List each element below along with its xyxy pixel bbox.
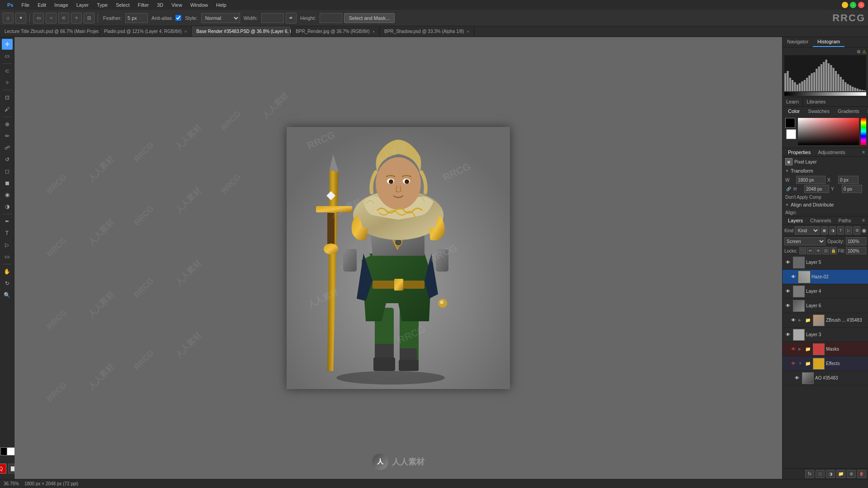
color-hue-bar[interactable] bbox=[861, 118, 866, 145]
close-button[interactable]: × bbox=[858, 2, 864, 8]
filter-smart-btn[interactable]: ⚙ bbox=[854, 226, 860, 235]
foreground-swatch[interactable] bbox=[785, 118, 795, 128]
x-property-input[interactable] bbox=[838, 176, 859, 184]
healing-tool[interactable]: ⊕ bbox=[2, 119, 13, 130]
maximize-button[interactable]: + bbox=[850, 2, 856, 8]
width-input[interactable] bbox=[261, 13, 284, 23]
libraries-button[interactable]: Libraries bbox=[803, 97, 829, 106]
zoom-tool[interactable]: 🔍 bbox=[2, 290, 13, 300]
anti-alias-checkbox[interactable] bbox=[175, 15, 181, 21]
lock-pixels-btn[interactable]: ✏ bbox=[807, 247, 814, 254]
menu-window[interactable]: Window bbox=[187, 1, 212, 9]
layer4-visibility[interactable]: 👁 bbox=[784, 288, 792, 295]
tab-channels[interactable]: Channels bbox=[807, 216, 835, 225]
layer-item-ao[interactable]: 👁 AO #35483 bbox=[783, 371, 868, 385]
link-icon[interactable]: 🔗 bbox=[785, 186, 792, 192]
opacity-input[interactable] bbox=[846, 237, 866, 245]
masks-visibility[interactable]: 👁 bbox=[790, 346, 797, 353]
eraser-tool[interactable]: ◻ bbox=[2, 166, 13, 177]
menu-type[interactable]: Type bbox=[93, 1, 111, 9]
tab-properties[interactable]: Properties bbox=[784, 148, 814, 156]
path-tool[interactable]: ▷ bbox=[2, 239, 13, 250]
background-swatch[interactable] bbox=[786, 129, 796, 139]
brush-tool[interactable]: ✏ bbox=[2, 131, 13, 141]
histogram-settings-icon[interactable]: ⚙ bbox=[857, 49, 861, 54]
color-gradient-box[interactable] bbox=[798, 118, 859, 145]
menu-filter[interactable]: Filter bbox=[134, 1, 152, 9]
tab-3[interactable]: Base Render #35483.PSD @ 36.8% (Layer 6,… bbox=[192, 26, 291, 37]
layer-mask-btn[interactable]: □ bbox=[816, 470, 825, 478]
layer-list[interactable]: 👁 Layer 5 👁 Haze-02 👁 Layer 4 bbox=[783, 255, 868, 468]
effects-visibility[interactable]: 👁 bbox=[790, 360, 797, 367]
swap-icon[interactable]: ⇄ bbox=[286, 13, 297, 23]
quick-mask-btn[interactable]: Q bbox=[0, 464, 6, 474]
filter-shape-btn[interactable]: ▷ bbox=[845, 226, 852, 235]
tab-5[interactable]: BPR_Shadow.psd @ 33.3% (Alpha 1/8) × bbox=[380, 26, 474, 37]
tab-adjustments[interactable]: Adjustments bbox=[814, 148, 849, 156]
app-icon[interactable]: Ps bbox=[4, 1, 17, 9]
rotate-tool[interactable]: ↻ bbox=[2, 278, 13, 289]
layer-item-zbrush[interactable]: 👁 ▶ 📁 ZBrush ... #35483 bbox=[783, 313, 868, 328]
menu-3d[interactable]: 3D bbox=[153, 1, 167, 9]
lock-all-btn[interactable]: 🔒 bbox=[830, 247, 837, 254]
style-select[interactable]: Normal Fixed Ratio Fixed Size bbox=[201, 13, 240, 23]
tab-2[interactable]: Pladin.psd @ 121% (Layer 4, RGB/8#) × bbox=[99, 26, 192, 37]
learn-button[interactable]: Learn bbox=[783, 97, 803, 106]
new-group-btn[interactable]: 📁 bbox=[836, 470, 845, 478]
magic-wand-tool[interactable]: ✧ bbox=[71, 13, 82, 23]
menu-help[interactable]: Help bbox=[212, 1, 230, 9]
tab-4-close[interactable]: × bbox=[373, 29, 375, 34]
zbrush-expand[interactable]: ▶ bbox=[798, 318, 804, 322]
layer-item-haze02[interactable]: 👁 Haze-02 bbox=[783, 270, 868, 284]
fill-input[interactable] bbox=[846, 247, 866, 254]
transform-section-header[interactable]: ▼ Transform bbox=[783, 167, 868, 175]
tab-4[interactable]: BPR_Render.jpg @ 36.7% (RGB/8#) × bbox=[291, 26, 380, 37]
menu-select[interactable]: Select bbox=[112, 1, 133, 9]
layer-effects-btn[interactable]: fx bbox=[805, 470, 814, 478]
magic-wand-tool[interactable]: ✧ bbox=[2, 77, 13, 88]
filter-on-icon[interactable]: ◉ bbox=[862, 227, 866, 234]
crop-tool[interactable]: ⊡ bbox=[2, 92, 13, 103]
new-layer-btn[interactable]: ⊕ bbox=[847, 470, 856, 478]
menu-edit[interactable]: Edit bbox=[34, 1, 50, 9]
properties-menu[interactable]: ≡ bbox=[861, 148, 866, 156]
kind-select[interactable]: Kind Name Effect Mode Attribute Color bbox=[795, 226, 820, 235]
clone-tool[interactable]: ☍ bbox=[2, 142, 13, 153]
type-tool[interactable]: T bbox=[2, 228, 13, 239]
effects-expand[interactable]: ▼ bbox=[798, 361, 804, 366]
dont-apply-comp-btn[interactable]: Don't Apply Comp bbox=[783, 194, 868, 201]
minimize-button[interactable]: − bbox=[842, 2, 848, 8]
filter-pixel-btn[interactable]: ▣ bbox=[821, 226, 828, 235]
menu-image[interactable]: Image bbox=[51, 1, 72, 9]
home-button[interactable]: ⌂ bbox=[3, 13, 14, 23]
blend-mode-select[interactable]: Screen Normal Multiply Overlay Soft Ligh… bbox=[784, 237, 826, 245]
layer-item-layer6[interactable]: 👁 Layer 6 bbox=[783, 299, 868, 313]
tab-paths[interactable]: Paths bbox=[835, 216, 855, 225]
y-property-input[interactable] bbox=[842, 185, 862, 193]
crop-tool[interactable]: ⊡ bbox=[84, 13, 94, 23]
hand-tool[interactable]: ✋ bbox=[2, 266, 13, 277]
haze02-visibility[interactable]: 👁 bbox=[790, 273, 797, 281]
brush-tool[interactable]: ✦ bbox=[15, 13, 26, 23]
rect-marquee-tool[interactable]: ▭ bbox=[33, 13, 44, 23]
filter-adjustment-btn[interactable]: ◑ bbox=[829, 226, 836, 235]
layer3-visibility[interactable]: 👁 bbox=[784, 331, 792, 338]
lock-artboard-btn[interactable]: ⊡ bbox=[822, 247, 829, 254]
layers-panel-menu[interactable]: ≡ bbox=[861, 216, 866, 225]
tab-5-close[interactable]: × bbox=[467, 29, 469, 34]
tab-swatches[interactable]: Swatches bbox=[804, 108, 833, 116]
dodge-tool[interactable]: ◑ bbox=[2, 201, 13, 212]
select-mask-button[interactable]: Select and Mask... bbox=[344, 13, 395, 23]
height-property-input[interactable] bbox=[804, 185, 829, 193]
layer-item-layer4[interactable]: 👁 Layer 4 bbox=[783, 284, 868, 299]
marquee-tool[interactable]: ▭ bbox=[2, 51, 13, 61]
lock-position-btn[interactable]: ✛ bbox=[815, 247, 821, 254]
tab-gradients[interactable]: Gradients bbox=[834, 108, 863, 116]
ao-visibility[interactable]: 👁 bbox=[793, 375, 801, 382]
align-section-header[interactable]: ▼ Align and Distribute bbox=[783, 201, 868, 209]
gradient-tool[interactable]: ◼ bbox=[2, 178, 13, 188]
layer-item-layer5[interactable]: 👁 Layer 5 bbox=[783, 255, 868, 270]
canvas-area[interactable]: RRCG 人人素材 RRCG 人人素材 RRCG 人人素材 RRCG 人人素材 … bbox=[14, 37, 782, 479]
lasso-tool[interactable]: ⊂ bbox=[58, 13, 69, 23]
layer-item-masks[interactable]: 👁 ▶ 📁 Masks bbox=[783, 342, 868, 357]
